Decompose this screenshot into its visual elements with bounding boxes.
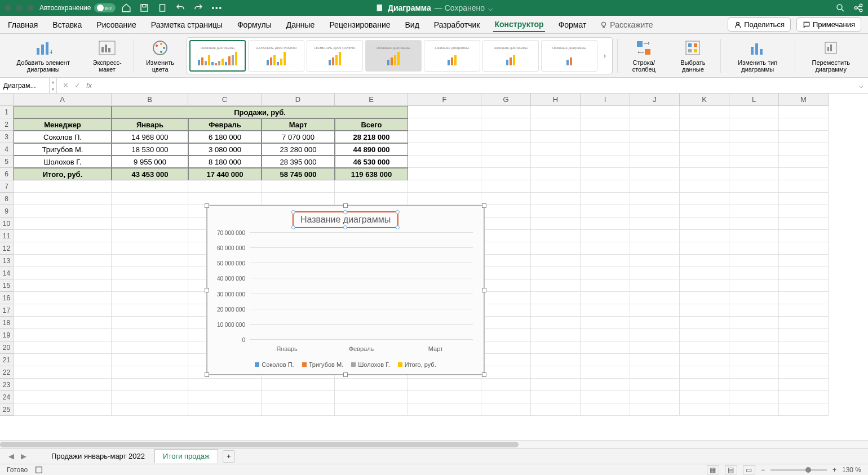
cell-I6[interactable] [581, 168, 630, 180]
cell-I19[interactable] [581, 329, 630, 341]
cell-L11[interactable] [729, 230, 779, 242]
change-colors[interactable]: Изменить цвета [138, 36, 182, 75]
cell-L20[interactable] [729, 341, 779, 354]
cell-M12[interactable] [779, 242, 829, 255]
cell-D7[interactable] [262, 180, 335, 193]
cell-K12[interactable] [680, 242, 729, 255]
cell-G6[interactable] [481, 168, 531, 180]
plot-area[interactable]: 010 000 00020 000 00030 000 00040 000 00… [215, 233, 473, 340]
cell-G16[interactable] [481, 292, 531, 304]
row-header-10[interactable]: 10 [0, 217, 14, 230]
cell-F25[interactable] [408, 403, 481, 416]
worksheet[interactable]: ABCDEFGHIJKLM 12345678910111213141516171… [0, 94, 868, 440]
cell-E5[interactable]: 46 530 000 [335, 156, 408, 168]
row-header-15[interactable]: 15 [0, 279, 14, 292]
cell-F1[interactable] [408, 106, 481, 118]
cell-G11[interactable] [481, 230, 531, 242]
cell-M3[interactable] [779, 131, 829, 143]
cell-B25[interactable] [112, 403, 188, 416]
col-header-L[interactable]: L [729, 94, 779, 106]
cell-L10[interactable] [729, 217, 779, 230]
cell-G12[interactable] [481, 242, 531, 255]
col-header-D[interactable]: D [262, 94, 335, 106]
cell-A7[interactable] [14, 180, 112, 193]
tab-design[interactable]: Конструктор [493, 17, 544, 32]
cell-B20[interactable] [112, 341, 188, 354]
resize-handle[interactable] [205, 372, 209, 377]
cell-G24[interactable] [481, 391, 531, 403]
cell-G2[interactable] [481, 118, 531, 131]
col-header-G[interactable]: G [481, 94, 531, 106]
cell-E3[interactable]: 28 218 000 [335, 131, 408, 143]
cell-J18[interactable] [630, 317, 680, 329]
cell-I7[interactable] [581, 180, 630, 193]
cell-M11[interactable] [779, 230, 829, 242]
cell-L7[interactable] [729, 180, 779, 193]
cell-D4[interactable]: 23 280 000 [262, 143, 335, 156]
cell-I16[interactable] [581, 292, 630, 304]
cell-L22[interactable] [729, 366, 779, 379]
cell-H19[interactable] [531, 329, 581, 341]
cell-M18[interactable] [779, 317, 829, 329]
cell-J12[interactable] [630, 242, 680, 255]
window-controls[interactable] [5, 5, 34, 11]
cell-M13[interactable] [779, 255, 829, 267]
gallery-next[interactable]: › [600, 40, 610, 72]
tab-draw[interactable]: Рисование [95, 18, 138, 32]
cell-H20[interactable] [531, 341, 581, 354]
cell-K23[interactable] [680, 379, 729, 391]
name-box[interactable]: Диаграм... [0, 78, 50, 93]
cell-M9[interactable] [779, 205, 829, 217]
cell-B3[interactable]: 14 968 000 [112, 131, 188, 143]
cell-K10[interactable] [680, 217, 729, 230]
view-page-layout[interactable]: ▤ [725, 465, 737, 474]
cell-K17[interactable] [680, 304, 729, 317]
row-header-14[interactable]: 14 [0, 267, 14, 279]
cell-K7[interactable] [680, 180, 729, 193]
cell-K21[interactable] [680, 354, 729, 366]
cell-J20[interactable] [630, 341, 680, 354]
tell-me[interactable]: Расскажите [600, 20, 653, 29]
cell-H21[interactable] [531, 354, 581, 366]
cell-B5[interactable]: 9 955 000 [112, 156, 188, 168]
cell-M16[interactable] [779, 292, 829, 304]
cell-G23[interactable] [481, 379, 531, 391]
cell-L8[interactable] [729, 193, 779, 205]
cell-F3[interactable] [408, 131, 481, 143]
cell-F7[interactable] [408, 180, 481, 193]
autosave[interactable]: Автосохранение ВКЛ. [39, 3, 116, 12]
col-header-K[interactable]: K [680, 94, 729, 106]
cell-L14[interactable] [729, 267, 779, 279]
cell-H22[interactable] [531, 366, 581, 379]
view-page-break[interactable]: ▭ [743, 465, 755, 474]
cell-L19[interactable] [729, 329, 779, 341]
view-normal[interactable]: ▦ [707, 465, 719, 474]
undo-icon[interactable] [175, 3, 185, 13]
cell-J2[interactable] [630, 118, 680, 131]
cell-K16[interactable] [680, 292, 729, 304]
cell-G9[interactable] [481, 205, 531, 217]
cell-I18[interactable] [581, 317, 630, 329]
namebox-stepper[interactable]: ▴▾ [50, 78, 57, 93]
select-all-corner[interactable] [0, 94, 14, 106]
cell-K9[interactable] [680, 205, 729, 217]
cell-J7[interactable] [630, 180, 680, 193]
resize-handle[interactable] [343, 372, 348, 377]
cell-M17[interactable] [779, 304, 829, 317]
cell-H15[interactable] [531, 279, 581, 292]
cell-J11[interactable] [630, 230, 680, 242]
col-header-C[interactable]: C [188, 94, 262, 106]
cell-B7[interactable] [112, 180, 188, 193]
comments-button[interactable]: Примечания [796, 17, 861, 32]
cell-K15[interactable] [680, 279, 729, 292]
cell-F8[interactable] [408, 193, 481, 205]
share-top-icon[interactable] [853, 3, 863, 13]
cell-I4[interactable] [581, 143, 630, 156]
cell-I8[interactable] [581, 193, 630, 205]
tab-view[interactable]: Вид [404, 18, 420, 32]
resize-handle[interactable] [482, 203, 486, 208]
row-header-6[interactable]: 6 [0, 168, 14, 180]
cell-M14[interactable] [779, 267, 829, 279]
tab-data[interactable]: Данные [285, 18, 316, 32]
cell-J10[interactable] [630, 217, 680, 230]
